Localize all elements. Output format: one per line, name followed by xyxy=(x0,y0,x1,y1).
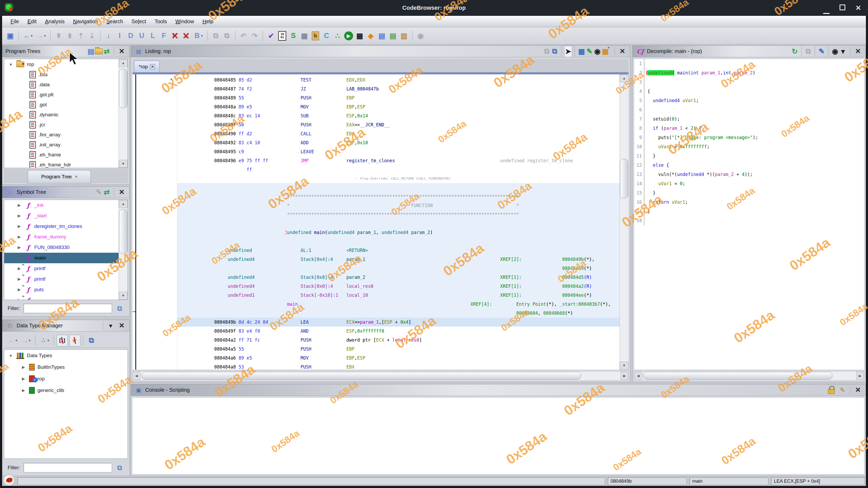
listing-row[interactable]: 080484a6 89 e5 MOV EBP,ESP xyxy=(214,353,620,363)
nav-prev-function-icon[interactable]: ⇞ xyxy=(53,30,64,42)
table-view-icon[interactable]: ▤ xyxy=(376,30,388,42)
goto-symbol-icon[interactable]: ⇄ xyxy=(103,186,111,198)
dtm-filter-pointers-icon[interactable]: ☛\ xyxy=(69,335,81,346)
decompile-line[interactable]: 1 xyxy=(634,59,864,68)
sweep-icon[interactable]: ▥ xyxy=(398,30,409,42)
tree-root-rop[interactable]: ▼rop xyxy=(4,59,128,69)
filter-options-icon[interactable]: ⧉ xyxy=(115,463,124,472)
symbol-main[interactable]: ▶ƒmain xyxy=(4,253,128,263)
scroll-left-icon[interactable]: ◀ xyxy=(132,372,141,380)
open-folder-icon[interactable] xyxy=(95,46,103,57)
listing-row[interactable]: 0804848c 83 ec 14 SUB ESP,0x14 xyxy=(214,111,620,120)
dtm-filter-arrays-icon[interactable]: [1]\ xyxy=(57,335,68,346)
listing-row[interactable]: ****************************************… xyxy=(177,210,628,219)
menu-window[interactable]: Window xyxy=(171,19,198,25)
symbol-deregister_tm_clones[interactable]: ▶ƒderegister_tm_clones xyxy=(4,221,128,232)
close-button[interactable]: ✕ xyxy=(855,4,861,12)
listing-row[interactable] xyxy=(177,183,628,192)
decompile-line[interactable]: 13 vuln(*(undefined4 *)(param_2 + 4)); xyxy=(634,170,864,179)
cut-icon[interactable]: ⧉ xyxy=(210,30,221,42)
edit-console-icon[interactable]: ✎ xyxy=(838,386,847,395)
cursor-tool-icon[interactable]: ➤ xyxy=(564,46,572,57)
scroll-up-icon[interactable]: ▲ xyxy=(620,75,628,82)
refresh-tree-icon[interactable]: ⇄ xyxy=(103,46,111,57)
listing-row[interactable]: 0804848a 89 e5 MOV EBP,ESP xyxy=(214,102,620,111)
close-panel-icon[interactable]: ✕ xyxy=(117,47,126,56)
tree-item-dynamic[interactable]: .dynamic xyxy=(4,110,128,120)
tree-item-eh_frame[interactable]: .eh_frame xyxy=(4,150,128,160)
listing-row[interactable]: ****************************************… xyxy=(177,192,628,201)
scroll-up-icon[interactable]: ▲ xyxy=(119,59,128,67)
dtm-forward-icon[interactable]: → xyxy=(19,335,30,346)
scroll-up-icon[interactable]: ▲ xyxy=(119,200,128,208)
decompile-line[interactable]: 3 xyxy=(634,78,864,87)
copy-icon[interactable]: ⧉ xyxy=(543,46,551,57)
listing-row[interactable]: 08048489 55 PUSH EBP xyxy=(214,93,620,102)
symbol-tree-scrollbar[interactable]: ▲ ▼ xyxy=(119,200,128,300)
listing-row[interactable]: 08048485 85 d2 TEST EDX,EDX xyxy=(214,76,620,84)
close-panel-icon[interactable]: ✕ xyxy=(618,47,627,56)
decompile-line[interactable]: 2undefined4 main(int param_1,int param_2… xyxy=(634,68,864,78)
decompile-line[interactable]: 18 xyxy=(634,216,864,225)
nav-instruction-icon[interactable]: I xyxy=(114,30,125,42)
listing-scrollbar-horizontal[interactable]: ◀ ▶ xyxy=(132,371,628,380)
ghidra-status-icon[interactable] xyxy=(3,474,15,486)
listing-scrollbar-vertical[interactable]: ▲ ▼ xyxy=(620,75,628,370)
listing-row[interactable] xyxy=(177,219,628,228)
listing-row[interactable]: 0804849f 83 e4 f0 AND ESP,0xfffffff0 xyxy=(214,326,620,336)
close-panel-icon[interactable]: ✕ xyxy=(854,47,863,56)
decompile-view[interactable]: 12undefined4 main(int param_1,int param_… xyxy=(634,59,864,370)
diamond-icon[interactable]: ◆ xyxy=(365,30,376,42)
listing-row[interactable]: ff xyxy=(214,165,620,174)
scroll-down-icon[interactable]: ▼ xyxy=(620,362,628,370)
decompile-line[interactable]: 4{ xyxy=(634,87,864,96)
listing-row[interactable]: undefined main(undefined4 param_1, undef… xyxy=(177,228,628,237)
decompile-line[interactable]: 8 if (param_1 < 2) { xyxy=(634,124,864,133)
listing-row[interactable]: 080484b9(*) xyxy=(177,264,628,273)
close-panel-icon[interactable]: ✕ xyxy=(117,321,126,330)
menu-search[interactable]: Search xyxy=(102,19,127,25)
validate-icon[interactable]: ✔ xyxy=(266,30,277,42)
decompile-line[interactable]: 5 undefined4 uVar1; xyxy=(634,96,864,105)
dtm-item-rop[interactable]: ▶✓rop xyxy=(4,373,128,384)
listing-row[interactable]: 0804848f 50 PUSH EAX=>__JCR_END__ xyxy=(214,120,620,129)
tree-item-bss[interactable]: .bss xyxy=(4,69,128,80)
graph-dots-icon[interactable]: ∴ xyxy=(332,30,343,42)
tab-close-icon[interactable]: × xyxy=(75,174,77,179)
decompile-line[interactable]: 12 else { xyxy=(634,161,864,170)
paste-icon[interactable]: ⧉ xyxy=(221,30,232,42)
tree-item-init_array[interactable]: .init_array xyxy=(4,140,128,150)
console-output[interactable] xyxy=(132,398,864,474)
program-trees-scrollbar[interactable]: ▲ ▼ xyxy=(119,59,128,168)
edit-function-icon[interactable]: ✎ xyxy=(818,46,826,57)
dtm-preview-icon[interactable]: ⧉ xyxy=(86,335,97,346)
listing-row[interactable]: main XREF[4]: Entry Point(*), _start:080… xyxy=(177,300,628,309)
nav-next-function-icon[interactable]: ⇟ xyxy=(64,30,75,42)
tree-item-eh_frame_hdr[interactable]: .eh_frame_hdr xyxy=(4,160,128,168)
listing-row[interactable]: 0804849b 8d 4c 24 04 LEA ECX=>param_1,[E… xyxy=(177,318,628,326)
tree-item-got[interactable]: .got xyxy=(4,100,128,110)
maximize-button[interactable] xyxy=(840,4,845,12)
tree-item-data[interactable]: .data xyxy=(4,80,128,90)
dtm-back-icon[interactable]: ← xyxy=(6,335,17,346)
dtm-item-BuiltInTypes[interactable]: ▶BuiltInTypes xyxy=(4,362,128,373)
decompile-line[interactable]: 15 } xyxy=(634,188,864,198)
nav-label-icon[interactable]: L xyxy=(147,30,158,42)
memory-icon[interactable]: ▦ xyxy=(299,30,310,42)
listing-row[interactable]: undefined4 Stack[0x0]:4 local_res0 XREF[… xyxy=(177,282,628,291)
listing-row[interactable]: undefined4 Stack[0x8]:4 param_2 XREF[1]:… xyxy=(177,273,628,282)
nav-next-range-icon[interactable]: ⇣ xyxy=(87,30,97,42)
bookmark-page-icon[interactable]: b xyxy=(310,30,321,42)
nav-non-function-icon[interactable]: K✕ xyxy=(169,30,181,42)
listing-row[interactable]: 08048496 e9 75 ff ff JMP register_tm_clo… xyxy=(214,156,620,165)
field-format-icon[interactable]: ▦ xyxy=(601,46,609,57)
dtm-item-generic_clib[interactable]: ▶generic_clib xyxy=(4,384,128,396)
symbol-_start[interactable]: ▶ƒ_start xyxy=(4,210,128,221)
edit-listing-icon[interactable]: ✎ xyxy=(586,46,593,57)
back-icon[interactable]: ← xyxy=(21,30,32,42)
table-add-icon[interactable]: ▤ xyxy=(388,30,398,42)
binary-icon[interactable]: 1001 xyxy=(277,30,288,42)
symbol-partial[interactable]: ▶↷ƒ xyxy=(4,295,128,300)
tab-rop[interactable]: *rop ✕ xyxy=(134,61,159,72)
nav-bookmark-icon[interactable]: B xyxy=(192,30,203,42)
